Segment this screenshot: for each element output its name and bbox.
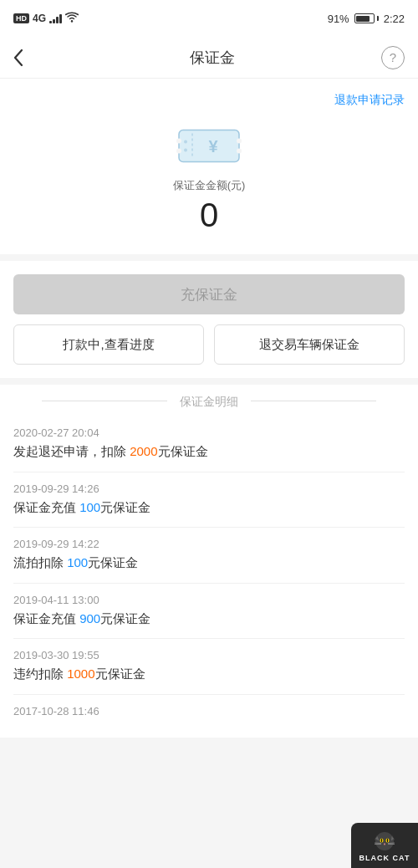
list-item: 2019-09-29 14:26 保证金充值 100元保证金 <box>13 472 405 528</box>
transaction-date: 2019-03-30 19:55 <box>13 649 405 661</box>
detail-header: 保证金明细 <box>0 385 418 416</box>
list-item: 2020-02-27 20:04 发起退还申请，扣除 2000元保证金 <box>13 416 405 472</box>
transaction-desc: 保证金充值 900元保证金 <box>13 610 405 629</box>
transaction-date: 2019-09-29 14:22 <box>13 538 405 550</box>
refund-link-row: 退款申请记录 <box>13 92 405 108</box>
wifi-icon <box>65 12 79 26</box>
transaction-desc: 违约扣除 1000元保证金 <box>13 665 405 684</box>
svg-point-19 <box>387 839 388 842</box>
detail-header-text: 保证金明细 <box>180 395 238 408</box>
help-button[interactable]: ? <box>381 46 405 69</box>
list-item: 2017-10-28 11:46 <box>13 695 405 731</box>
page-title: 保证金 <box>190 48 235 68</box>
status-left: HD 4G <box>13 12 79 26</box>
recharge-button[interactable]: 充保证金 <box>13 274 405 314</box>
help-icon: ? <box>390 50 396 64</box>
transaction-date: 2019-09-29 14:26 <box>13 483 405 495</box>
svg-point-3 <box>176 139 181 144</box>
transaction-date: 2017-10-28 11:46 <box>13 705 405 717</box>
cat-icon-area <box>373 829 396 852</box>
svg-point-6 <box>237 149 242 154</box>
svg-point-9 <box>184 140 187 144</box>
list-item: 2019-03-30 19:55 违约扣除 1000元保证金 <box>13 639 405 695</box>
back-button[interactable] <box>13 49 43 67</box>
buttons-section: 充保证金 打款中,查看进度 退交易车辆保证金 <box>0 261 418 378</box>
main-content: 退款申请记录 ¥ 保证金金额(元) 0 <box>0 79 418 738</box>
transaction-date: 2019-04-11 13:00 <box>13 594 405 606</box>
refund-deposit-button[interactable]: 退交易车辆保证金 <box>214 324 405 365</box>
payment-progress-button[interactable]: 打款中,查看进度 <box>13 324 204 365</box>
refund-history-link[interactable]: 退款申请记录 <box>334 93 405 106</box>
black-cat-logo: BLACK CAT <box>351 823 418 868</box>
detail-section: 保证金明细 2020-02-27 20:04 发起退还申请，扣除 2000元保证… <box>0 385 418 738</box>
svg-point-4 <box>176 149 181 154</box>
transaction-desc: 保证金充值 100元保证金 <box>13 498 405 518</box>
list-item: 2019-04-11 13:00 保证金充值 900元保证金 <box>13 584 405 640</box>
signal-bars <box>49 13 62 23</box>
transaction-desc: 发起退还申请，扣除 2000元保证金 <box>13 442 405 462</box>
balance-card: 退款申请记录 ¥ 保证金金额(元) 0 <box>0 79 418 254</box>
list-item: 2019-09-29 14:22 流拍扣除 100元保证金 <box>13 528 405 584</box>
svg-point-5 <box>237 139 242 144</box>
coupon-icon: ¥ <box>176 121 242 171</box>
battery-indicator <box>354 13 379 23</box>
network-type: 4G <box>33 13 46 24</box>
status-bar: HD 4G 91% 2:22 <box>0 0 418 37</box>
black-cat-label: BLACK CAT <box>359 854 410 862</box>
clock: 2:22 <box>384 13 405 25</box>
status-right: 91% 2:22 <box>328 13 405 25</box>
battery-percent: 91% <box>328 13 349 25</box>
svg-text:¥: ¥ <box>208 137 218 156</box>
transaction-list: 2020-02-27 20:04 发起退还申请，扣除 2000元保证金 2019… <box>0 416 418 738</box>
hd-badge: HD <box>13 13 29 23</box>
svg-point-10 <box>184 149 187 152</box>
transaction-desc: 流拍扣除 100元保证金 <box>13 554 405 573</box>
btn-row: 打款中,查看进度 退交易车辆保证金 <box>13 324 405 365</box>
amount-value: 0 <box>200 197 218 234</box>
amount-label: 保证金金额(元) <box>173 178 246 193</box>
cat-icon <box>373 829 396 852</box>
svg-point-0 <box>71 20 73 22</box>
transaction-date: 2020-02-27 20:04 <box>13 426 405 439</box>
nav-bar: 保证金 ? <box>0 37 418 79</box>
svg-point-18 <box>381 839 382 842</box>
coupon-icon-area: ¥ 保证金金额(元) 0 <box>13 121 405 234</box>
